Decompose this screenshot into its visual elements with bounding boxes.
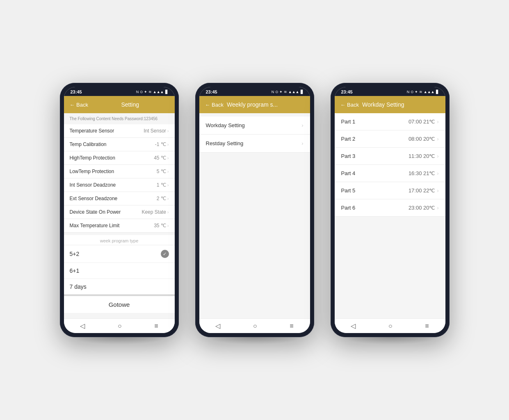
- restday-setting-item[interactable]: Restday Setting ›: [199, 135, 310, 153]
- screen-title-1: Setting: [91, 101, 169, 108]
- list-item[interactable]: Int Sensor Deadzone 1 ℃ ›: [64, 178, 175, 192]
- nav-bar-3: ◁ ○ ≡: [335, 318, 445, 333]
- status-bar-3: 23:45 N ⊙ ✦ ≋ ▲▲▲ ▊: [335, 87, 445, 96]
- screen-content-2: Workday Setting › Restday Setting ›: [199, 113, 310, 318]
- setting-label: Int Sensor Deadzone: [70, 182, 116, 188]
- menu-list: Workday Setting › Restday Setting ›: [199, 116, 310, 153]
- setting-value: Int Sensor ›: [144, 128, 169, 134]
- setting-label: Temperature Sensor: [70, 128, 114, 134]
- settings-list: Temperature Sensor Int Sensor › Temp Cal…: [64, 124, 175, 233]
- status-time-1: 23:45: [71, 89, 82, 94]
- password-note: The Following Content Needs Password:123…: [64, 113, 175, 123]
- chevron-icon: ›: [437, 188, 439, 194]
- empty-area-3: [335, 217, 445, 249]
- chevron-icon: ›: [167, 169, 169, 174]
- week-option-52[interactable]: 5+2 ✓: [64, 245, 175, 263]
- list-item[interactable]: HighTemp Protection 45 ℃ ›: [64, 151, 175, 165]
- back-nav-icon-3[interactable]: ◁: [351, 322, 356, 330]
- app-header-1: ← Back Setting: [64, 96, 175, 113]
- home-nav-icon-2[interactable]: ○: [253, 322, 257, 330]
- chevron-icon: ›: [167, 183, 169, 187]
- workday-setting-item[interactable]: Workday Setting ›: [199, 116, 310, 135]
- list-item[interactable]: Temp Calibration -1 ℃ ›: [64, 138, 175, 151]
- screen-title-3: Workday Setting: [362, 101, 404, 108]
- week-option-label: 5+2: [70, 251, 80, 257]
- chevron-icon: ›: [167, 223, 169, 228]
- screen-title-2: Weekly program s...: [227, 101, 278, 108]
- part-list: Part 1 07:00 21℃ › Part 2 08:00 20℃ › Pa…: [335, 113, 445, 318]
- part-4-item[interactable]: Part 4 16:30 21℃ ›: [335, 165, 445, 182]
- chevron-icon: ›: [301, 122, 303, 128]
- menu-nav-icon-3[interactable]: ≡: [425, 322, 429, 330]
- setting-label: LowTemp Protection: [70, 169, 114, 174]
- menu-item-label: Restday Setting: [206, 140, 244, 146]
- status-icons-1: N ⊙ ✦ ≋ ▲▲▲ ▊: [136, 90, 168, 94]
- part-3-item[interactable]: Part 3 11:30 20℃ ›: [335, 148, 445, 165]
- empty-area: [199, 153, 310, 318]
- menu-item-label: Workday Setting: [206, 122, 245, 128]
- part-label: Part 6: [341, 205, 356, 211]
- list-item[interactable]: Max Temperature Limit 35 ℃ ›: [64, 219, 175, 233]
- setting-value: 1 ℃ ›: [157, 182, 169, 188]
- phone-2: 23:45 N ⊙ ✦ ≋ ▲▲▲ ▊ ← Back Weekly progra…: [195, 83, 314, 337]
- chevron-icon: ›: [167, 128, 169, 133]
- setting-label: Temp Calibration: [70, 142, 107, 147]
- setting-value: 35 ℃ ›: [154, 223, 169, 228]
- setting-label: Device State On Power: [70, 209, 121, 215]
- status-icons-3: N ⊙ ✦ ≋ ▲▲▲ ▊: [407, 90, 439, 94]
- chevron-icon: ›: [301, 140, 303, 146]
- part-5-item[interactable]: Part 5 17:00 22℃ ›: [335, 182, 445, 199]
- list-item[interactable]: Device State On Power Keep State ›: [64, 205, 175, 219]
- screen-content-1: The Following Content Needs Password:123…: [64, 113, 175, 318]
- chevron-icon: ›: [437, 171, 439, 176]
- setting-value: 2 ℃ ›: [157, 196, 169, 201]
- status-bar-2: 23:45 N ⊙ ✦ ≋ ▲▲▲ ▊: [199, 87, 310, 96]
- setting-value: -1 ℃ ›: [155, 142, 169, 147]
- status-icons-2: N ⊙ ✦ ≋ ▲▲▲ ▊: [272, 90, 304, 94]
- chevron-icon: ›: [437, 136, 439, 142]
- week-program-title: week program type: [64, 235, 175, 245]
- part-6-item[interactable]: Part 6 23:00 20℃ ›: [335, 199, 445, 217]
- week-program-section: week program type 5+2 ✓ 6+1 7 days: [64, 235, 175, 295]
- part-1-item[interactable]: Part 1 07:00 21℃ ›: [335, 113, 445, 130]
- back-button-2[interactable]: ← Back: [205, 102, 224, 108]
- chevron-icon: ›: [437, 205, 439, 211]
- app-header-2: ← Back Weekly program s...: [199, 96, 310, 113]
- status-time-2: 23:45: [206, 89, 217, 94]
- part-label: Part 2: [341, 136, 356, 142]
- week-option-label: 7 days: [70, 283, 87, 290]
- list-item[interactable]: LowTemp Protection 5 ℃ ›: [64, 165, 175, 178]
- week-option-label: 6+1: [70, 267, 80, 274]
- back-button-3[interactable]: ← Back: [340, 102, 359, 108]
- setting-value: 5 ℃ ›: [157, 169, 169, 174]
- week-option-7days[interactable]: 7 days: [64, 279, 175, 295]
- part-2-item[interactable]: Part 2 08:00 20℃ ›: [335, 130, 445, 148]
- nav-bar-2: ◁ ○ ≡: [199, 318, 310, 333]
- part-label: Part 1: [341, 119, 356, 125]
- setting-label: Max Temperature Limit: [70, 223, 120, 228]
- nav-bar-1: ◁ ○ ≡: [64, 318, 175, 333]
- back-button-1[interactable]: ← Back: [70, 102, 89, 108]
- menu-nav-icon[interactable]: ≡: [154, 322, 158, 330]
- part-value: 07:00 21℃ ›: [409, 119, 439, 125]
- week-option-61[interactable]: 6+1: [64, 263, 175, 279]
- menu-nav-icon-2[interactable]: ≡: [290, 322, 293, 330]
- back-nav-icon[interactable]: ◁: [80, 322, 85, 330]
- list-item[interactable]: Ext Sensor Deadzone 2 ℃ ›: [64, 192, 175, 205]
- part-value: 17:00 22℃ ›: [409, 187, 439, 194]
- status-bar-1: 23:45 N ⊙ ✦ ≋ ▲▲▲ ▊: [64, 87, 175, 96]
- check-icon: ✓: [161, 250, 169, 258]
- home-nav-icon[interactable]: ○: [118, 322, 122, 330]
- part-label: Part 5: [341, 187, 356, 194]
- chevron-icon: ›: [437, 153, 439, 159]
- app-header-3: ← Back Workday Setting: [335, 96, 445, 113]
- list-item[interactable]: Temperature Sensor Int Sensor ›: [64, 124, 175, 138]
- chevron-icon: ›: [167, 155, 169, 160]
- part-value: 08:00 20℃ ›: [409, 136, 439, 142]
- chevron-icon: ›: [437, 119, 439, 125]
- home-nav-icon-3[interactable]: ○: [388, 322, 393, 330]
- screen-content-3: Part 1 07:00 21℃ › Part 2 08:00 20℃ › Pa…: [335, 113, 445, 318]
- gotowe-button[interactable]: Gotowe: [64, 295, 175, 313]
- part-label: Part 3: [341, 153, 356, 159]
- back-nav-icon-2[interactable]: ◁: [215, 322, 220, 330]
